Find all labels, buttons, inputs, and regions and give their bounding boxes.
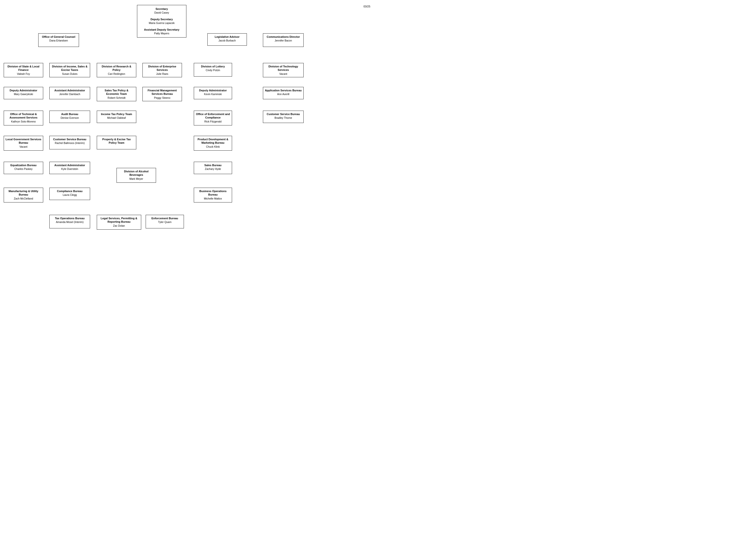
customer-service-bureau-tech-name: Bradley Thome bbox=[265, 116, 302, 120]
equalization-bureau-box: Equalization Bureau Charles Paskey bbox=[4, 162, 43, 174]
asst-deputy-title: Assistant Deputy Secretary bbox=[139, 28, 184, 31]
div-state-local-box: Division of State & Local Finance Valeah… bbox=[4, 63, 43, 77]
business-ops-bureau-title: Business Operations Bureau bbox=[195, 189, 230, 196]
app-services-bureau-name: Ann Averill bbox=[265, 93, 302, 96]
div-research-policy-name: Cari Redington bbox=[98, 72, 135, 76]
communications-director-title: Communications Director bbox=[265, 35, 302, 39]
office-enforcement-title: Office of Enforcement and Compliance bbox=[195, 112, 230, 119]
compliance-bureau-title: Compliance Bureau bbox=[51, 189, 88, 193]
compliance-bureau-name: Laura Clegg bbox=[51, 193, 88, 197]
general-counsel-title: Office of General Counsel bbox=[40, 35, 77, 39]
sales-bureau-title: Sales Bureau bbox=[195, 163, 230, 167]
asst-admin-ise2-title: Assistant Administrator bbox=[51, 163, 88, 167]
tax-ops-bureau-title: Tax Operations Bureau bbox=[51, 216, 88, 220]
deputy-admin-lot-box: Deputy Administrator Kevin Kaminski bbox=[194, 87, 232, 99]
fin-mgmt-bureau-title: Financial Management Services Bureau bbox=[144, 89, 180, 96]
deputy-admin-sl-title: Deputy Administrator bbox=[5, 89, 42, 92]
asst-admin-ise-box: Assistant Administrator Jennifer Dambach bbox=[49, 87, 90, 99]
local-gov-bureau-box: Local Government Services Bureau Vacant bbox=[4, 136, 43, 150]
div-technology-title: Division of Technology Services bbox=[265, 65, 302, 72]
compliance-bureau-box: Compliance Bureau Laura Clegg bbox=[49, 188, 90, 200]
fin-mgmt-bureau-name: Peggy Steeno bbox=[144, 96, 180, 100]
customer-service-bureau-tech-title: Customer Service Bureau bbox=[265, 112, 302, 116]
equalization-bureau-name: Charles Paskey bbox=[5, 167, 42, 171]
customer-service-bureau-ise-title: Customer Service Bureau bbox=[51, 138, 88, 141]
equalization-bureau-title: Equalization Bureau bbox=[5, 163, 42, 167]
div-technology-box: Division of Technology Services Vacant bbox=[263, 63, 304, 77]
local-gov-bureau-title: Local Government Services Bureau bbox=[5, 138, 42, 145]
div-lottery-title: Division of Lottery bbox=[195, 65, 230, 68]
asst-admin-ise2-box: Assistant Administrator Kyle Duerstein bbox=[49, 162, 90, 174]
fin-mgmt-bureau-box: Financial Management Services Bureau Peg… bbox=[142, 87, 182, 101]
div-technology-name: Vacant bbox=[265, 72, 302, 76]
div-state-local-name: Valeah Foy bbox=[5, 72, 42, 76]
sales-tax-policy-box: Sales Tax Policy & Economic Team Robert … bbox=[97, 87, 136, 101]
income-tax-policy-box: Income Tax Policy Team Michael Oakleaf bbox=[97, 111, 136, 123]
div-income-sales-title: Division of Income, Sales & Excise Taxes bbox=[51, 65, 88, 72]
product-dev-marketing-title: Product Development & Marketing Bureau bbox=[195, 138, 230, 145]
tax-ops-bureau-box: Tax Operations Bureau Amanda Mosel (Inte… bbox=[49, 215, 90, 228]
div-research-policy-box: Division of Research & Policy Cari Redin… bbox=[97, 63, 136, 77]
enforcement-bureau-title: Enforcement Bureau bbox=[147, 216, 182, 220]
income-tax-policy-name: Michael Oakleaf bbox=[98, 116, 135, 120]
legal-services-bureau-box: Legal Services, Permitting & Reporting B… bbox=[97, 215, 141, 230]
office-enforcement-box: Office of Enforcement and Compliance Ric… bbox=[194, 111, 232, 125]
deputy-secretary-name: Maria Guerra Lapacek bbox=[139, 22, 184, 25]
manufacturing-utility-title: Manufacturing & Utility Bureau bbox=[5, 189, 42, 196]
property-excise-box: Property & Excise Tax Policy Team bbox=[97, 136, 136, 149]
div-alcohol-name: Mark Meyer bbox=[118, 177, 154, 181]
secretary-box: Secretary David Casey Deputy Secretary M… bbox=[137, 5, 186, 38]
customer-service-bureau-ise-name: Rachel Ballmoos (Interim) bbox=[51, 141, 88, 145]
audit-bureau-title: Audit Bureau bbox=[51, 112, 88, 116]
business-ops-bureau-name: Michelle Mattox bbox=[195, 197, 230, 201]
customer-service-bureau-tech-box: Customer Service Bureau Bradley Thome bbox=[263, 111, 304, 123]
deputy-admin-sl-name: Mary Gawryleski bbox=[5, 93, 42, 96]
div-alcohol-title: Division of Alcohol Beverages bbox=[118, 170, 154, 177]
general-counsel-name: Dana Erlandsen bbox=[40, 39, 77, 43]
sales-bureau-box: Sales Bureau Zachary Hyde bbox=[194, 162, 232, 174]
office-tech-assess-title: Office of Technical & Assessment Service… bbox=[5, 112, 42, 119]
secretary-title: Secretary bbox=[139, 7, 184, 10]
manufacturing-utility-name: Zach McClelland bbox=[5, 197, 42, 201]
sales-tax-policy-title: Sales Tax Policy & Economic Team bbox=[98, 89, 135, 96]
legislative-advisor-name: Jacob Burbach bbox=[209, 39, 245, 43]
audit-bureau-box: Audit Bureau Denise Everson bbox=[49, 111, 90, 123]
secretary-name: David Casey bbox=[139, 11, 184, 15]
div-lottery-box: Division of Lottery Cindy Polzin bbox=[194, 63, 232, 76]
product-dev-marketing-name: Chuck Klink bbox=[195, 145, 230, 149]
asst-admin-ise-name: Jennifer Dambach bbox=[51, 93, 88, 96]
div-enterprise-title: Division of Enterprise Services bbox=[144, 65, 180, 72]
property-excise-title: Property & Excise Tax Policy Team bbox=[98, 138, 135, 145]
div-enterprise-name: Julie Raes bbox=[144, 72, 180, 76]
div-research-policy-title: Division of Research & Policy bbox=[98, 65, 135, 72]
office-tech-assess-box: Office of Technical & Assessment Service… bbox=[4, 111, 43, 125]
enforcement-bureau-name: Tyler Quam bbox=[147, 220, 182, 224]
div-enterprise-box: Division of Enterprise Services Julie Ra… bbox=[142, 63, 182, 77]
org-chart: 03/25 Secretary David Casey Deputy Secre… bbox=[0, 0, 374, 10]
sales-bureau-name: Zachary Hyde bbox=[195, 167, 230, 171]
asst-admin-ise2-name: Kyle Duerstein bbox=[51, 167, 88, 171]
office-tech-assess-name: Kathryn Soto-Moreno bbox=[5, 120, 42, 123]
div-lottery-name: Cindy Polzin bbox=[195, 69, 230, 72]
app-services-bureau-title: Application Services Bureau bbox=[265, 89, 302, 92]
asst-admin-ise-title: Assistant Administrator bbox=[51, 89, 88, 92]
general-counsel-box: Office of General Counsel Dana Erlandsen bbox=[38, 33, 79, 47]
deputy-secretary-title: Deputy Secretary bbox=[139, 18, 184, 21]
communications-director-name: Jennifer Bacon bbox=[265, 39, 302, 43]
deputy-admin-lot-title: Deputy Administrator bbox=[195, 89, 230, 92]
local-gov-bureau-name: Vacant bbox=[5, 145, 42, 149]
asst-deputy-name: Patty Mayers bbox=[139, 32, 184, 35]
enforcement-bureau-box: Enforcement Bureau Tyler Quam bbox=[146, 215, 184, 228]
deputy-admin-sl-box: Deputy Administrator Mary Gawryleski bbox=[4, 87, 43, 99]
communications-director-box: Communications Director Jennifer Bacon bbox=[263, 33, 304, 47]
div-income-sales-name: Susan Dukes bbox=[51, 72, 88, 76]
legislative-advisor-title: Legislative Advisor bbox=[209, 35, 245, 39]
sales-tax-policy-name: Robert Schmidt bbox=[98, 96, 135, 100]
connector-lines bbox=[0, 0, 374, 10]
business-ops-bureau-box: Business Operations Bureau Michelle Matt… bbox=[194, 188, 232, 203]
product-dev-marketing-box: Product Development & Marketing Bureau C… bbox=[194, 136, 232, 150]
tax-ops-bureau-name: Amanda Mosel (Interim) bbox=[51, 220, 88, 224]
deputy-admin-lot-name: Kevin Kaminski bbox=[195, 93, 230, 96]
div-income-sales-box: Division of Income, Sales & Excise Taxes… bbox=[49, 63, 90, 77]
office-enforcement-name: Rick Fitzgerald bbox=[195, 120, 230, 123]
